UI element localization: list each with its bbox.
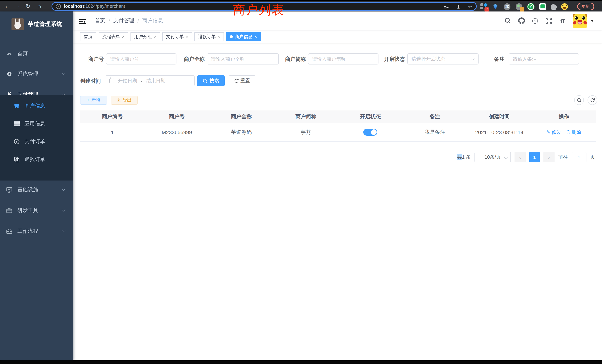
merchant-no-input[interactable] <box>106 53 176 64</box>
sidebar-item-label: 支付订单 <box>24 138 45 145</box>
refresh-button[interactable] <box>588 95 597 105</box>
dashboard-icon <box>6 51 12 57</box>
github-icon[interactable] <box>518 17 525 24</box>
breadcrumb-section[interactable]: 支付管理 <box>113 17 134 24</box>
filter-label-short-name: 商户简称 <box>269 53 306 64</box>
goto-page-input[interactable] <box>572 152 586 162</box>
browser-update-button[interactable]: 更新 <box>577 3 594 10</box>
chevron-down-icon <box>504 156 508 159</box>
sidebar-logo[interactable]: 芋道管理系统 <box>0 16 73 32</box>
share-icon[interactable]: ↥ <box>456 3 461 11</box>
filter-label-remark: 备注 <box>467 53 505 64</box>
fullscreen-icon[interactable] <box>545 17 553 24</box>
calendar-icon <box>109 79 114 83</box>
sidebar-item-system[interactable]: 系统管理 <box>0 66 73 82</box>
status-toggle[interactable] <box>363 129 377 136</box>
sidebar-item-label: 基础设施 <box>17 186 38 193</box>
sidebar-item-merchant-info[interactable]: 商户信息 <box>0 97 73 115</box>
gear-icon <box>6 71 12 77</box>
grid-table-icon <box>14 121 20 127</box>
add-button[interactable]: + 新增 <box>80 96 107 105</box>
edit-link[interactable]: ✎ 修改 <box>546 129 561 136</box>
bookmark-star-icon[interactable]: ☆ <box>468 3 472 11</box>
app-root: ← → ↻ ⌂ i localhost :1024/pay/merchant ↥… <box>0 0 602 364</box>
extension-command-icon[interactable]: ⌘ <box>504 3 510 10</box>
pagination: 共1 条 10条/页 ‹ 1 › 前往 页 <box>457 152 595 162</box>
next-page-button[interactable]: › <box>543 152 555 162</box>
sidebar-fold-icon[interactable] <box>79 19 86 24</box>
sidebar-item-app-info[interactable]: 应用信息 <box>0 115 73 133</box>
site-info-icon[interactable]: i <box>56 4 61 9</box>
remark-input[interactable] <box>509 53 579 64</box>
filter-label-status: 开启状态 <box>368 53 405 64</box>
extension-emoji-icon[interactable] <box>561 3 568 10</box>
browser-back-icon[interactable]: ← <box>3 2 12 11</box>
filter-label-merchant-name: 商户全称 <box>168 53 205 64</box>
extension-grid-icon[interactable]: 10 <box>480 3 487 10</box>
extension-kite-icon[interactable] <box>493 3 497 10</box>
toggle-search-button[interactable] <box>574 95 584 105</box>
tab-pay-order[interactable]: 支付订单 × <box>162 32 192 41</box>
tab-user-group[interactable]: 用户分组 × <box>130 32 160 41</box>
export-button[interactable]: 导出 <box>111 96 138 105</box>
col-full-name: 商户全称 <box>209 113 274 120</box>
font-size-icon[interactable]: tT <box>559 17 566 24</box>
close-icon[interactable]: × <box>154 34 156 39</box>
merchant-name-input[interactable] <box>207 53 279 64</box>
avatar-caret-icon[interactable]: ▾ <box>591 19 593 23</box>
password-key-icon[interactable] <box>443 4 449 10</box>
browser-home-icon[interactable]: ⌂ <box>35 2 44 11</box>
active-tab-dot <box>230 35 233 38</box>
toolbox-icon <box>6 208 12 214</box>
help-icon[interactable]: ? <box>532 17 539 24</box>
tab-label: 商户信息 <box>235 33 252 40</box>
page-header: 首页 / 支付管理 / 商户信息 ? tT ▾ <box>73 11 602 30</box>
page-size-select[interactable]: 10条/页 <box>474 152 511 162</box>
tab-home[interactable]: 首页 <box>80 32 96 41</box>
page-number-1[interactable]: 1 <box>529 152 540 162</box>
user-avatar[interactable] <box>573 13 587 28</box>
extension-profile-icon[interactable]: 1 <box>516 3 522 10</box>
create-time-range-picker[interactable]: 开始日期 - 结束日期 <box>106 75 195 86</box>
sidebar-item-infrastructure[interactable]: 基础设施 <box>0 182 73 198</box>
browser-forward-icon[interactable]: → <box>13 2 22 11</box>
url-host: localhost <box>64 4 84 9</box>
extension-chat-icon[interactable] <box>539 3 546 10</box>
breadcrumb-home[interactable]: 首页 <box>95 17 105 24</box>
close-icon[interactable]: × <box>254 34 257 39</box>
sidebar-item-workflow[interactable]: 工作流程 <box>0 224 73 239</box>
tab-label: 用户分组 <box>134 33 152 40</box>
tab-refund-order[interactable]: 退款订单 × <box>194 32 224 41</box>
goto-prefix: 前往 <box>558 154 568 161</box>
sidebar: 芋道管理系统 首页 系统管理 ¥ 支付管理 商户信息 <box>0 11 73 360</box>
close-icon[interactable]: × <box>218 34 220 39</box>
app-title: 芋道管理系统 <box>28 21 62 28</box>
table-header-row: 商户编号 商户号 商户全称 商户简称 开启状态 备注 创建时间 操作 <box>80 110 596 123</box>
merchant-table: 商户编号 商户号 商户全称 商户简称 开启状态 备注 创建时间 操作 1 M23… <box>80 110 596 142</box>
prev-page-button[interactable]: ‹ <box>515 152 526 162</box>
sidebar-item-pay-order[interactable]: ¥ 支付订单 <box>0 133 73 150</box>
logo-rabbit-image <box>11 18 24 30</box>
browser-reload-icon[interactable]: ↻ <box>24 2 33 11</box>
extensions-puzzle-icon[interactable] <box>551 5 556 10</box>
chevron-down-icon <box>62 187 65 191</box>
window-bottom-edge <box>0 360 602 364</box>
close-icon[interactable]: × <box>186 34 188 39</box>
briefcase-icon <box>6 228 12 234</box>
sidebar-item-dev-tools[interactable]: 研发工具 <box>0 203 73 218</box>
sidebar-item-label: 研发工具 <box>17 207 38 214</box>
sidebar-item-refund-order[interactable]: 退款订单 <box>0 150 73 168</box>
sidebar-item-home[interactable]: 首页 <box>0 46 73 62</box>
close-icon[interactable]: × <box>122 34 125 39</box>
search-icon[interactable] <box>504 17 512 24</box>
search-button[interactable]: 搜索 <box>197 75 225 86</box>
delete-link[interactable]: 删除 <box>566 129 581 136</box>
tab-process-form[interactable]: 流程表单 × <box>99 32 128 41</box>
browser-menu-icon[interactable]: ⋮ <box>596 3 602 10</box>
tab-merchant-info[interactable]: 商户信息 × <box>226 32 261 41</box>
cell-short-name: 芋艿 <box>274 129 338 136</box>
chevron-down-icon <box>62 228 65 232</box>
extensions-row: 10 ⌘ 1 Y <box>480 2 568 11</box>
extension-y-icon[interactable]: Y <box>527 3 534 10</box>
reset-button[interactable]: 重置 <box>229 75 255 86</box>
